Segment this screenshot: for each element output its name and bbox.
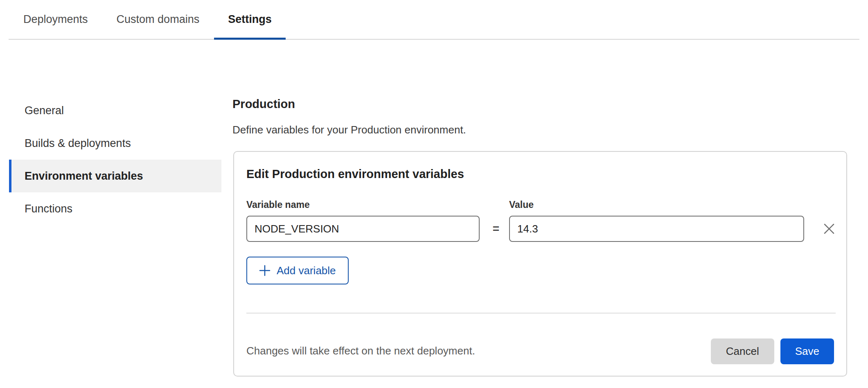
add-variable-label: Add variable [277, 264, 336, 277]
project-tabbar: Deployments Custom domains Settings [9, 0, 859, 40]
footer-divider [246, 313, 836, 314]
sidebar-item-functions[interactable]: Functions [9, 192, 221, 225]
plus-icon [259, 265, 271, 276]
tab-custom-domains[interactable]: Custom domains [103, 0, 214, 39]
add-variable-button[interactable]: Add variable [246, 257, 349, 284]
remove-variable-button[interactable] [822, 221, 836, 236]
value-input[interactable] [509, 216, 804, 242]
x-icon [823, 222, 836, 235]
sidebar-item-general[interactable]: General [9, 94, 221, 127]
env-vars-card: Edit Production environment variables Va… [233, 151, 847, 377]
tab-deployments[interactable]: Deployments [9, 0, 102, 39]
sidebar-item-environment-variables[interactable]: Environment variables [9, 160, 221, 192]
variable-name-input[interactable] [246, 216, 480, 242]
variable-name-label: Variable name [246, 199, 310, 210]
footer-note: Changes will take effect on the next dep… [246, 345, 475, 357]
tab-settings[interactable]: Settings [214, 0, 286, 39]
settings-sidebar: General Builds & deployments Environment… [9, 94, 221, 225]
sidebar-item-builds-deployments[interactable]: Builds & deployments [9, 127, 221, 160]
section-header: Production Define variables for your Pro… [232, 97, 466, 136]
page-title: Production [232, 97, 466, 111]
equals-sign: = [487, 216, 505, 242]
page-description: Define variables for your Production env… [232, 124, 466, 136]
save-button[interactable]: Save [780, 338, 834, 364]
card-title: Edit Production environment variables [246, 167, 464, 181]
cancel-button[interactable]: Cancel [711, 338, 774, 364]
value-label: Value [509, 199, 534, 210]
footer-actions: Cancel Save [711, 338, 834, 364]
